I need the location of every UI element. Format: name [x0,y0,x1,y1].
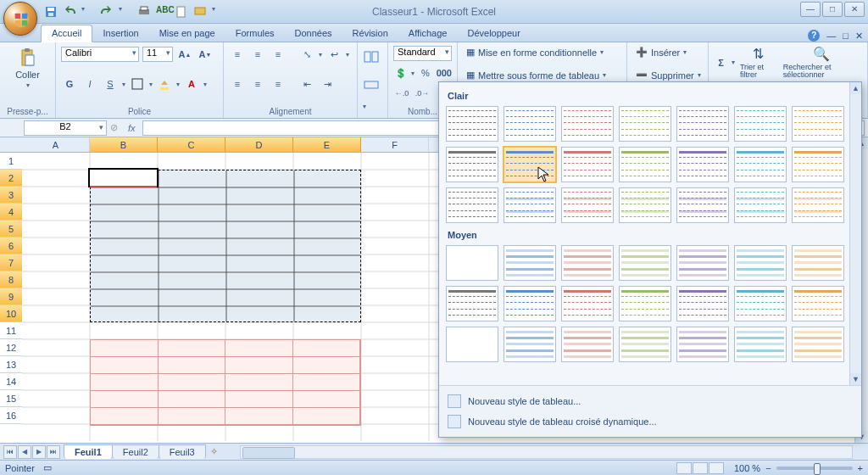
table-style-swatch[interactable] [561,327,614,362]
row-header[interactable]: 2 [0,170,22,187]
row-header[interactable]: 5 [0,221,22,238]
italic-icon[interactable]: I [81,75,98,92]
table-style-swatch[interactable] [504,147,556,182]
print-preview-icon[interactable] [137,5,151,19]
table-style-swatch[interactable] [504,106,556,142]
bold-icon[interactable]: G [61,75,78,92]
align-left-icon[interactable]: ≡ [229,75,246,92]
conditional-formatting-button[interactable]: ▦Mise en forme conditionnelle▾ [463,46,621,59]
open-icon[interactable] [193,5,207,19]
tab-mise-en-page[interactable]: Mise en page [149,25,225,42]
name-box[interactable]: B2 [24,120,107,136]
maximize-button[interactable]: □ [822,2,843,17]
office-button[interactable] [3,2,37,36]
next-sheet-icon[interactable]: ▶ [32,445,46,459]
decrease-indent-icon[interactable]: ⇤ [298,75,315,92]
tab-affichage[interactable]: Affichage [398,25,458,42]
sheet-tab[interactable]: Feuil3 [159,444,206,459]
scroll-down-icon[interactable]: ▼ [850,373,861,385]
table-style-swatch[interactable] [734,187,787,223]
sort-filter-button[interactable]: ⇅Trier et filtrer [738,46,778,79]
zoom-slider[interactable] [776,467,853,470]
zoom-level[interactable]: 100 % [734,463,760,473]
table-style-swatch[interactable] [619,245,671,281]
shrink-font-icon[interactable]: A▼ [197,46,214,63]
paste-button[interactable]: Coller ▾ [5,46,50,91]
table-style-swatch[interactable] [446,286,498,321]
table-style-swatch[interactable] [446,187,498,223]
delete-button[interactable]: ➖Supprimer▾ [632,69,703,81]
table-style-swatch[interactable] [504,327,556,362]
tab-accueil[interactable]: Accueil [41,25,92,42]
table-style-swatch[interactable] [561,106,614,142]
table-style-swatch[interactable] [792,327,844,362]
macro-record-icon[interactable]: ▭ [43,462,52,473]
gallery-scrollbar[interactable]: ▲ ▼ [849,82,861,385]
minimize-button[interactable]: — [800,2,821,17]
sheet-tab[interactable]: Feuil2 [112,444,159,459]
row-header[interactable]: 7 [0,254,22,271]
border-icon[interactable] [129,75,146,92]
comma-icon[interactable]: 000 [437,64,452,81]
table-style-swatch[interactable] [676,187,729,223]
format-as-table-button[interactable]: ▦Mettre sous forme de tableau▾ [463,69,621,81]
zoom-out-icon[interactable]: − [765,463,771,473]
select-all-corner[interactable] [0,137,22,153]
table-style-swatch[interactable] [734,245,787,281]
table-style-swatch[interactable] [446,245,498,281]
increase-decimal-icon[interactable]: ←.0 [393,85,410,102]
table-style-swatch[interactable] [676,286,729,321]
increase-indent-icon[interactable]: ⇥ [319,75,336,92]
row-header[interactable]: 16 [0,407,22,424]
font-size-combo[interactable]: 11 [142,47,173,62]
table-style-swatch[interactable] [561,187,614,223]
col-header[interactable]: E [293,137,361,152]
table-style-swatch[interactable] [561,147,614,182]
tab-developpeur[interactable]: Développeur [457,25,530,42]
wrap-text-icon[interactable]: ↩ [326,46,342,63]
table-style-swatch[interactable] [504,286,556,321]
table-style-swatch[interactable] [734,106,787,142]
scroll-up-icon[interactable]: ▲ [850,82,861,94]
table-style-swatch[interactable] [676,106,729,142]
table-style-swatch[interactable] [676,327,729,362]
find-select-button[interactable]: 🔍Rechercher et sélectionner [782,46,862,79]
sheet-tab[interactable]: Feuil1 [64,444,113,459]
redo-icon[interactable] [100,5,114,19]
row-header[interactable]: 15 [0,390,22,407]
table-style-swatch[interactable] [561,245,614,281]
table-style-swatch[interactable] [619,327,671,362]
tab-formules[interactable]: Formules [225,25,285,42]
spellcheck-icon[interactable]: ABC [156,5,170,19]
zoom-in-icon[interactable]: + [858,463,863,473]
close-button[interactable]: ✕ [844,2,865,17]
table-style-swatch[interactable] [504,245,556,281]
undo-dropdown-icon[interactable]: ▾ [81,5,95,19]
table-style-swatch[interactable] [792,245,844,281]
row-header[interactable]: 6 [0,238,22,254]
fx-icon[interactable]: fx [128,123,136,133]
tab-revision[interactable]: Révision [342,25,398,42]
redo-dropdown-icon[interactable]: ▾ [119,5,132,19]
percent-icon[interactable]: % [418,64,432,81]
merge-icon[interactable] [363,74,380,96]
decrease-decimal-icon[interactable]: .0→ [414,85,431,102]
col-header[interactable]: C [158,137,225,152]
table-style-swatch[interactable] [734,327,787,362]
align-bottom-icon[interactable]: ≡ [270,46,287,63]
table-style-swatch[interactable] [734,286,787,321]
new-sheet-icon[interactable]: ✧ [205,444,223,459]
row-header[interactable]: 14 [0,373,22,390]
table-style-swatch[interactable] [792,106,844,142]
new-pivot-style-option[interactable]: Nouveau style de tableau croisé dynamiqu… [448,411,853,432]
col-header[interactable]: F [361,137,429,152]
table-style-swatch[interactable] [619,147,671,182]
wrap-icon[interactable] [363,46,380,68]
align-center-icon[interactable]: ≡ [249,75,266,92]
cancel-icon[interactable]: ⊘ [110,122,118,133]
table-style-swatch[interactable] [446,106,498,142]
row-header[interactable]: 11 [0,322,22,339]
row-header[interactable]: 3 [0,187,22,204]
table-style-swatch[interactable] [734,147,787,182]
table-style-swatch[interactable] [676,147,729,182]
